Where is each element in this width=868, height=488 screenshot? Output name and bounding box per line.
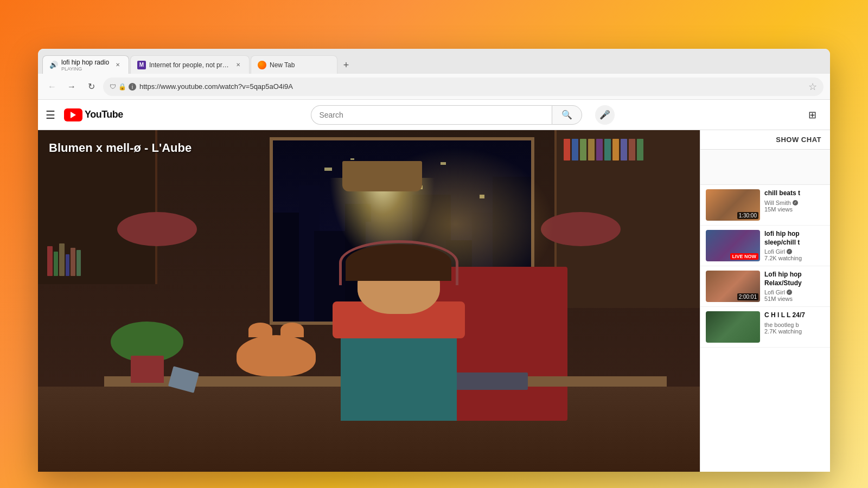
book-item [71, 248, 75, 276]
tab-close-lofi[interactable]: ✕ [113, 61, 122, 69]
sidebar-video-item[interactable]: LIVE NOW lofi hip hop sleep/chill t Lofi… [700, 226, 830, 266]
video-title-overlay: Blumen x mell-ø - L'Aube [49, 141, 192, 155]
live-badge: LIVE NOW [730, 253, 759, 260]
video-views: 51M views [764, 296, 825, 302]
hamburger-menu-button[interactable]: ☰ [46, 108, 55, 121]
video-title: lofi hip hop sleep/chill t [764, 230, 825, 247]
sidebar-video-item[interactable]: 1:30:00 chill beats t Will Smith ✓ 15M v… [700, 185, 830, 226]
video-duration: 1:30:00 [737, 212, 758, 219]
book-item [76, 250, 81, 276]
channel-info: the bootleg b [764, 322, 825, 328]
audio-icon: 🔊 [49, 61, 58, 69]
bookmark-icon[interactable]: ☆ [808, 81, 817, 93]
book-item [59, 243, 65, 276]
chat-area [700, 150, 830, 185]
book-item [612, 139, 619, 160]
tab-lofi[interactable]: 🔊 lofi hip hop radio PLAYING ✕ [42, 55, 129, 74]
tab-playing-label: PLAYING [61, 66, 110, 72]
video-thumbnail [706, 311, 760, 343]
tab-title-mozilla: Internet for people, not profit [149, 61, 231, 69]
verified-badge: ✓ [787, 249, 792, 254]
url-input[interactable] [139, 82, 805, 91]
book-item [564, 139, 570, 160]
sidebar-videos: 1:30:00 chill beats t Will Smith ✓ 15M v… [700, 185, 830, 348]
video-thumbnail: LIVE NOW [706, 230, 760, 261]
search-input[interactable] [311, 105, 552, 125]
apps-grid-button[interactable]: ⊞ [803, 105, 822, 125]
new-tab-button[interactable]: + [339, 57, 354, 73]
video-info: C H I L L 24/7 the bootleg b 2.7K watchi… [764, 311, 825, 343]
plant-pot [131, 356, 164, 383]
youtube-sidebar: SHOW CHAT 1:30:00 chill beats t Will Smi… [700, 130, 830, 472]
security-icons: 🛡 🔒 i [110, 83, 136, 91]
back-button[interactable]: ← [44, 79, 60, 94]
video-info: lofi hip hop sleep/chill t Lofi Girl ✓ 7… [764, 230, 825, 261]
youtube-logo-icon [64, 108, 82, 121]
sidebar-video-item[interactable]: 2:00:01 Lofi hip hop Relax/Study Lofi Gi… [700, 266, 830, 307]
show-chat-button[interactable]: SHOW CHAT [700, 130, 830, 150]
verified-badge: ✓ [793, 200, 798, 206]
video-duration: 2:00:01 [737, 293, 758, 300]
girl-torso [341, 328, 457, 420]
tab-mozilla[interactable]: M Internet for people, not profit ✕ [130, 55, 250, 74]
firefox-icon [258, 61, 266, 69]
youtube-content: Blumen x mell-ø - L'Aube SHOW CHAT 1:30:… [38, 130, 830, 472]
video-title: Lofi hip hop Relax/Study [764, 271, 825, 287]
channel-info: Lofi Girl ✓ [764, 248, 825, 255]
shield-icon: 🛡 [110, 83, 116, 91]
search-bar: 🔍 [311, 105, 582, 125]
tab-title-lofi: lofi hip hop radio PLAYING [61, 59, 110, 72]
video-thumbnail: 1:30:00 [706, 189, 760, 221]
video-frame: Blumen x mell-ø - L'Aube [38, 130, 700, 472]
youtube-appbar: ☰ YouTube 🔍 🎤 ⊞ [38, 100, 830, 130]
book-item [580, 139, 586, 160]
shelf-books [564, 139, 693, 160]
book-item [66, 254, 69, 276]
book-item [47, 246, 53, 276]
video-views: 2.7K watching [764, 328, 825, 335]
book-item [621, 139, 627, 160]
tab-bar: 🔊 lofi hip hop radio PLAYING ✕ M Interne… [38, 49, 830, 74]
video-info: chill beats t Will Smith ✓ 15M views [764, 189, 825, 221]
tab-title-newtab: New Tab [270, 61, 330, 69]
address-input-wrap: 🛡 🔒 i ☆ [103, 78, 824, 96]
headphone-left-cup [117, 212, 196, 246]
book-item [596, 139, 603, 160]
youtube-logo[interactable]: YouTube [64, 108, 123, 121]
book-item [54, 252, 58, 276]
girl-character [316, 216, 481, 421]
mozilla-icon: M [137, 61, 146, 69]
right-icons: ⊞ [803, 105, 822, 125]
book-item [637, 139, 643, 160]
verified-badge: ✓ [787, 290, 792, 295]
microphone-button[interactable]: 🎤 [595, 105, 615, 125]
info-icon: i [129, 83, 136, 91]
city-light [350, 158, 354, 160]
book-item [629, 139, 635, 160]
tab-close-mozilla[interactable]: ✕ [234, 61, 242, 69]
video-player[interactable]: Blumen x mell-ø - L'Aube [38, 130, 700, 472]
channel-info: Lofi Girl ✓ [764, 289, 825, 296]
forward-button[interactable]: → [64, 79, 79, 94]
search-button[interactable]: 🔍 [552, 105, 582, 125]
tab-newtab[interactable]: New Tab [251, 55, 337, 74]
video-section: Blumen x mell-ø - L'Aube [38, 130, 700, 472]
youtube-logo-text: YouTube [85, 109, 123, 120]
lamp-shade [342, 161, 422, 192]
left-books [47, 243, 145, 276]
channel-info: Will Smith ✓ [764, 200, 825, 206]
tab-text: lofi hip hop radio [61, 59, 109, 66]
headphone-band [339, 240, 458, 285]
refresh-button[interactable]: ↻ [84, 79, 99, 94]
book-item [588, 139, 595, 160]
lock-icon: 🔒 [118, 83, 126, 91]
city-light [324, 168, 332, 171]
video-views: 15M views [764, 206, 825, 213]
sidebar-video-item[interactable]: C H I L L 24/7 the bootleg b 2.7K watchi… [700, 307, 830, 348]
video-thumbnail: 2:00:01 [706, 271, 760, 302]
book-item [604, 139, 611, 160]
video-title: C H I L L 24/7 [764, 311, 825, 320]
video-title: chill beats t [764, 189, 825, 198]
video-info: Lofi hip hop Relax/Study Lofi Girl ✓ 51M… [764, 271, 825, 302]
book-item [572, 139, 578, 160]
